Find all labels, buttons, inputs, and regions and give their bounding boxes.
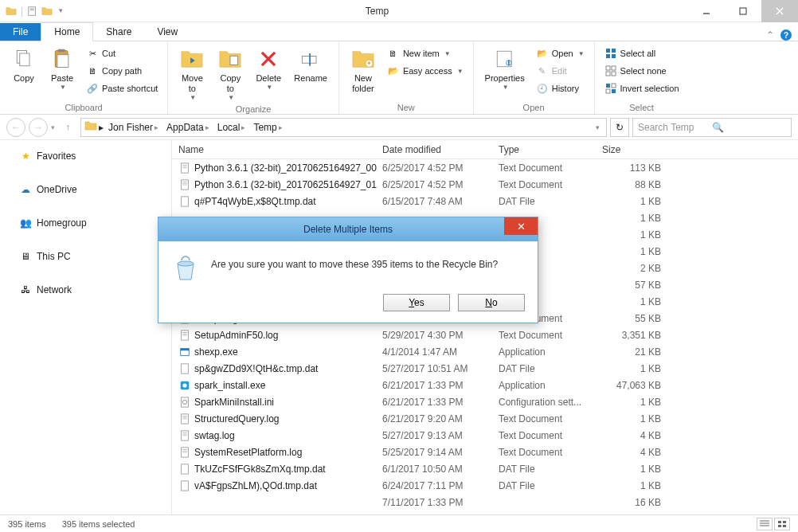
svg-rect-10 [58,49,65,53]
svg-rect-52 [181,348,190,350]
titlebar: | ▼ Temp [0,0,798,22]
file-row[interactable]: SparkMiniInstall.ini6/21/2017 1:33 PMCon… [172,393,798,410]
view-icons-button[interactable] [774,518,790,530]
svg-rect-71 [182,480,189,490]
ribbon-collapse-icon[interactable]: ⌃ [766,29,774,41]
dialog-titlebar[interactable]: Delete Multiple Items ✕ [158,217,538,241]
col-size[interactable]: Size [597,144,677,155]
maximize-button[interactable] [725,0,761,22]
copyto-icon [217,46,243,72]
paste-button[interactable]: Paste ▼ [45,45,80,92]
file-row[interactable]: Python 3.6.1 (32-bit)_20170625164927_01.… [172,176,798,193]
invertselection-button[interactable]: Invert selection [601,80,683,97]
newfolder-button[interactable]: ✦New folder [346,45,381,96]
recent-dropdown-icon[interactable]: ▾ [51,123,55,131]
copy-button[interactable]: Copy [6,45,41,85]
file-date: 4/1/2014 1:47 AM [377,346,494,358]
file-row[interactable]: Python 3.6.1 (32-bit)_20170625164927_00.… [172,159,798,176]
newitem-button[interactable]: 🗎New item▼ [384,45,467,62]
forward-button[interactable]: → [29,118,48,137]
view-details-button[interactable] [757,518,773,530]
file-row[interactable]: SetupAdminF50.log5/29/2017 4:30 PMText D… [172,327,798,343]
qat-properties-icon[interactable] [26,5,39,18]
close-button[interactable] [761,0,798,22]
file-row[interactable]: spark_install.exe6/21/2017 1:33 PMApplic… [172,377,798,393]
back-button[interactable]: ← [6,118,25,137]
file-row[interactable]: q#PT4qWybE,x$8Qt.tmp.dat6/15/2017 7:48 A… [172,193,798,209]
nav-thispc[interactable]: 🖥This PC [0,247,171,266]
refresh-button[interactable]: ↻ [610,118,629,137]
qat-dropdown-icon[interactable]: ▼ [55,7,66,14]
col-name[interactable]: Name [172,144,377,155]
qat-newfolder-icon[interactable] [41,5,53,18]
history-button[interactable]: 🕘History [533,80,588,97]
nav-homegroup[interactable]: 👥Homegroup [0,213,171,233]
selectnone-button[interactable]: Select none [601,62,683,80]
tab-view[interactable]: View [144,23,190,41]
file-icon [178,379,191,392]
cut-button[interactable]: ✂Cut [83,45,161,62]
file-size: 1 KB [597,229,677,241]
minimize-button[interactable] [688,0,725,22]
invert-icon [604,82,617,95]
file-row[interactable]: sp&gwZDd9X!QtH&c.tmp.dat5/27/2017 10:51 … [172,360,798,377]
nav-onedrive[interactable]: ☁OneDrive [0,180,171,199]
window-icon [5,5,18,18]
moveto-button[interactable]: Move to▼ [174,45,209,103]
svg-rect-26 [606,66,610,70]
selectall-button[interactable]: Select all [601,45,683,62]
nav-favorites[interactable]: ★Favorites [0,147,171,166]
file-row[interactable]: SystemResetPlatform.log5/25/2017 9:14 AM… [172,444,798,460]
col-date[interactable]: Date modified [377,144,494,155]
breadcrumb[interactable]: ▸ Jon Fisher▸ AppData▸ Local▸ Temp▸ ▾ [80,118,607,137]
file-row[interactable]: StructuredQuery.log6/21/2017 9:20 AMText… [172,410,798,427]
crumb-2[interactable]: Local▸ [214,122,249,133]
copyto-button[interactable]: Copy to▼ [213,45,248,103]
file-row[interactable]: vA$FgpsZhLM),QOd.tmp.dat6/24/2017 7:11 P… [172,477,798,494]
nav-network[interactable]: 🖧Network [0,280,171,299]
rename-button[interactable]: Rename [289,45,332,85]
dialog-close-button[interactable]: ✕ [504,217,538,235]
tab-share[interactable]: Share [93,23,144,41]
file-rows[interactable]: Python 3.6.1 (32-bit)_20170625164927_00.… [172,159,798,514]
homegroup-icon: 👥 [19,217,32,229]
file-row[interactable]: swtag.log5/27/2017 9:13 AMText Document4… [172,427,798,444]
file-name: shexp.exe [194,346,238,358]
file-row[interactable]: 7/11/2017 1:33 PM16 KB [172,494,798,510]
copypath-button[interactable]: 🗎Copy path [83,62,161,80]
col-type[interactable]: Type [494,144,597,155]
delete-button[interactable]: Delete▼ [251,45,286,92]
tab-file[interactable]: File [0,23,41,41]
tab-home[interactable]: Home [41,22,93,41]
crumb-0[interactable]: Jon Fisher▸ [105,122,162,133]
easyaccess-icon: 📂 [387,65,400,77]
address-dropdown-icon[interactable]: ▾ [593,123,603,131]
file-row[interactable]: shexp.exe4/1/2014 1:47 AMApplication21 K… [172,343,798,360]
crumb-3[interactable]: Temp▸ [250,122,285,133]
file-date: 5/27/2017 10:51 AM [377,363,494,374]
open-button[interactable]: 📂Open▼ [533,45,588,62]
edit-button[interactable]: ✎Edit [533,62,588,80]
easyaccess-button[interactable]: 📂Easy access▼ [384,62,467,80]
svg-rect-23 [612,49,616,53]
svg-rect-25 [612,54,616,58]
dialog-no-button[interactable]: No [458,294,525,311]
help-icon[interactable]: ? [780,29,792,41]
search-input[interactable]: Search Temp 🔍 [632,118,792,137]
properties-button[interactable]: Properties▼ [480,45,530,92]
file-size: 3,351 KB [597,330,677,341]
file-name: Python 3.6.1 (32-bit)_20170625164927_00.… [194,162,377,174]
dialog-yes-button[interactable]: Yes [383,294,450,311]
pasteshortcut-button[interactable]: 🔗Paste shortcut [83,80,161,97]
svg-rect-12 [230,56,237,65]
crumb-1[interactable]: AppData▸ [163,122,213,133]
shortcut-icon: 🔗 [86,82,99,95]
file-type: Text Document [494,330,597,341]
svg-rect-75 [778,521,781,523]
up-button[interactable]: ↑ [58,118,77,137]
file-row[interactable]: TkUZcFSfFGk8sZmXq.tmp.dat6/1/2017 10:50 … [172,460,798,477]
file-type: Text Document [494,447,597,458]
star-icon: ★ [19,150,32,162]
file-date: 5/27/2017 9:13 AM [377,430,494,441]
file-name: vA$FgpsZhLM),QOd.tmp.dat [194,480,317,491]
